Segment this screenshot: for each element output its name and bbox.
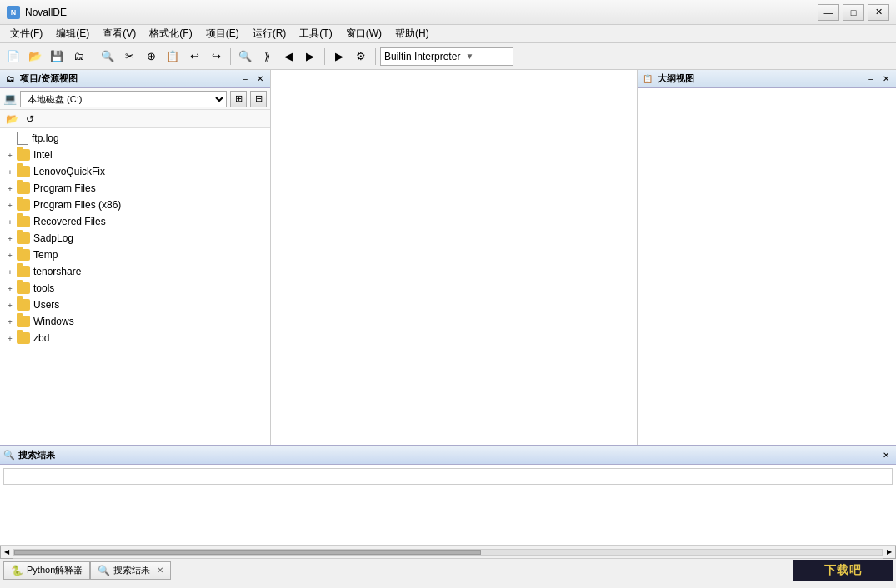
search-prev-button[interactable]: 🔍 [235,47,255,67]
right-panel-minimize-button[interactable]: – [864,72,878,86]
left-panel-title: 项目/资源视图 [20,72,238,85]
folder-icon [17,316,30,327]
list-item[interactable]: tenorshare [0,263,270,280]
panel-close-button[interactable]: ✕ [253,72,267,86]
run-button[interactable]: ▶ [329,47,349,67]
menu-view[interactable]: 查看(V) [96,25,143,42]
list-item[interactable]: SadpLog [0,230,270,247]
folder-icon [17,249,30,261]
separator-2 [230,48,231,65]
list-item[interactable]: ftp.log [0,130,270,147]
tree-expander[interactable] [3,282,17,295]
menu-help[interactable]: 帮助(H) [388,25,436,42]
menu-edit[interactable]: 编辑(E) [49,25,96,42]
search-results-tab[interactable]: 🔍 搜索结果 ✕ [90,561,171,580]
python-icon: 🐍 [11,565,23,576]
tree-item-label: tenorshare [33,266,81,277]
drive-nav-btn-1[interactable]: ⊞ [230,91,247,107]
undo-button[interactable]: ↩ [184,47,204,67]
bottom-panel-content[interactable] [0,465,896,545]
panel-minimize-button[interactable]: – [238,72,252,86]
scroll-track[interactable] [13,549,883,556]
horizontal-scrollbar[interactable]: ◀ ▶ [0,545,896,558]
list-item[interactable]: zbd [0,330,270,346]
menu-file[interactable]: 文件(F) [3,25,49,42]
list-item[interactable]: Recovered Files [0,213,270,230]
list-item[interactable]: Program Files [0,180,270,197]
folder-icon [17,282,30,294]
tree-expander[interactable] [3,248,17,262]
cut-button[interactable]: ✂ [119,47,139,67]
find-button[interactable]: 🔍 [98,47,118,67]
redo-button[interactable]: ↪ [206,47,226,67]
tree-item-label: Program Files (x86) [33,199,121,211]
tree-view[interactable]: ftp.log Intel LenovoQuickFix [0,128,270,445]
editor-panel[interactable] [271,70,638,445]
tree-expander[interactable] [3,148,17,162]
list-item[interactable]: Intel [0,147,270,163]
search-tab-close-icon[interactable]: ✕ [157,566,163,575]
tree-item-label: ftp.log [32,132,59,144]
right-panel: 📋 大纲视图 – ✕ [638,70,896,445]
nav-back-button[interactable]: ◀ [278,47,298,67]
status-bar: 🐍 Python解释器 🔍 搜索结果 ✕ 下载吧 [0,558,896,581]
list-item[interactable]: Users [0,296,270,313]
list-item[interactable]: tools [0,280,270,296]
save-button[interactable]: 💾 [47,47,67,67]
close-button[interactable]: ✕ [868,4,889,21]
python-interpreter-tab[interactable]: 🐍 Python解释器 [3,561,90,580]
nav-forward-button[interactable]: ▶ [300,47,320,67]
interpreter-dropdown[interactable]: Builtin Interpreter ▼ [380,47,513,66]
minimize-button[interactable]: — [818,4,839,21]
status-right: 下载吧 [793,560,893,581]
panels-row: 🗂 项目/资源视图 – ✕ 💻 本地磁盘 (C:) ⊞ ⊟ 📂 ↺ [0,70,896,445]
menu-run[interactable]: 运行(R) [246,25,293,42]
menu-project[interactable]: 项目(E) [199,25,246,42]
tree-expander[interactable] [3,165,17,178]
paste-button[interactable]: 📋 [163,47,183,67]
scroll-left-button[interactable]: ◀ [0,546,13,559]
panel-header-icon: 🗂 [3,72,17,86]
folder-icon [17,266,30,277]
separator-3 [324,48,325,65]
menu-window[interactable]: 窗口(W) [339,25,388,42]
right-panel-close-button[interactable]: ✕ [879,72,893,86]
tree-expander[interactable] [3,331,17,345]
tree-expander[interactable] [3,198,17,212]
search-next-button[interactable]: ⟫ [257,47,277,67]
tree-expander[interactable] [3,215,17,228]
tree-item-label: Recovered Files [33,216,106,227]
tree-expander[interactable] [3,265,17,278]
list-item[interactable]: LenovoQuickFix [0,163,270,180]
bottom-panel-minimize-button[interactable]: – [864,449,878,462]
tree-expander[interactable] [3,315,17,328]
save-all-button[interactable]: 🗂 [68,47,88,67]
interpreter-label: Builtin Interpreter [384,51,460,62]
bottom-panel-close-button[interactable]: ✕ [879,449,893,462]
new-file-button[interactable]: 📄 [3,47,23,67]
folder-icon [17,216,30,227]
drive-select[interactable]: 本地磁盘 (C:) [20,91,227,107]
tree-expander[interactable] [3,182,17,195]
open-button[interactable]: 📂 [25,47,45,67]
tree-expander[interactable] [3,298,17,311]
refresh-button[interactable]: ↺ [22,112,38,127]
menu-tools[interactable]: 工具(T) [293,25,338,42]
tree-item-label: Program Files [33,182,96,194]
tree-expander[interactable] [3,232,17,245]
bottom-panel-header: 🔍 搜索结果 – ✕ [0,446,896,465]
scroll-right-button[interactable]: ▶ [883,546,896,559]
open-folder-button[interactable]: 📂 [3,112,20,127]
list-item[interactable]: Program Files (x86) [0,197,270,213]
bottom-panel-title: 搜索结果 [18,449,55,461]
scroll-thumb[interactable] [14,550,481,555]
drive-nav-btn-2[interactable]: ⊟ [250,91,267,107]
menu-format[interactable]: 格式化(F) [143,25,198,42]
list-item[interactable]: Windows [0,313,270,330]
list-item[interactable]: Temp [0,247,270,263]
debug-button[interactable]: ⚙ [351,47,371,67]
maximize-button[interactable]: □ [843,4,864,21]
bottom-panel: 🔍 搜索结果 – ✕ [0,445,896,545]
search-input[interactable] [3,468,893,485]
copy-button[interactable]: ⊕ [141,47,161,67]
